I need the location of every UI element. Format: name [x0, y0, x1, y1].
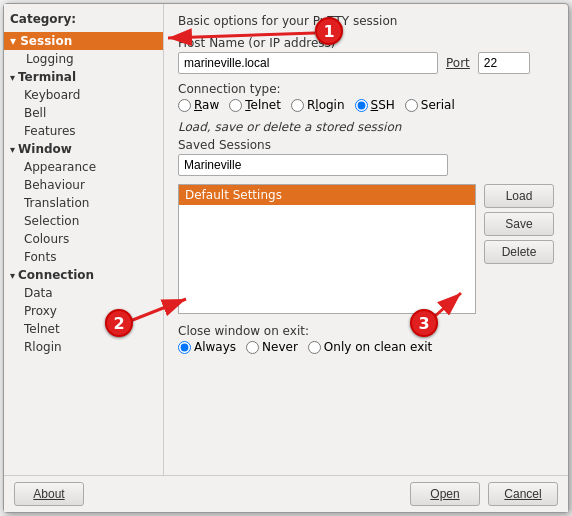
- host-port-group: Host Name (or IP address) Port: [178, 36, 554, 74]
- sidebar-item-behaviour[interactable]: Behaviour: [4, 176, 163, 194]
- connection-type-label: Connection type:: [178, 82, 554, 96]
- rlogin-label: Rlogin: [307, 98, 345, 112]
- sessions-area: Default Settings Load Save Delete: [178, 184, 554, 314]
- sidebar-item-translation[interactable]: Translation: [4, 194, 163, 212]
- ssh-label: SSH: [371, 98, 395, 112]
- radio-rlogin-input[interactable]: [291, 99, 304, 112]
- close-on-exit-group: Close window on exit: Always Never Only …: [178, 324, 554, 354]
- sidebar-item-telnet[interactable]: Telnet: [4, 320, 163, 338]
- host-port-row: Port: [178, 52, 554, 74]
- radio-raw[interactable]: Raw: [178, 98, 219, 112]
- radio-clean-input[interactable]: [308, 341, 321, 354]
- session-arrow: ▾: [10, 34, 20, 48]
- radio-telnet-input[interactable]: [229, 99, 242, 112]
- clean-exit-label: Only on clean exit: [324, 340, 432, 354]
- sidebar-item-fonts[interactable]: Fonts: [4, 248, 163, 266]
- close-options-row: Always Never Only on clean exit: [178, 340, 554, 354]
- dialog-footer: About Open Cancel: [4, 475, 568, 512]
- connection-type-row: Raw Telnet Rlogin SSH Serial: [178, 98, 554, 112]
- radio-ssh-input[interactable]: [355, 99, 368, 112]
- footer-right: Open Cancel: [410, 482, 558, 506]
- close-on-exit-label: Close window on exit:: [178, 324, 554, 338]
- radio-always[interactable]: Always: [178, 340, 236, 354]
- terminal-arrow: ▾: [10, 72, 15, 83]
- sidebar: Category: ▾ Session Logging ▾ Terminal K…: [4, 4, 164, 475]
- session-field-group: [178, 154, 554, 176]
- hint-text: Basic options for your PuTTY session: [178, 14, 554, 28]
- sidebar-item-bell[interactable]: Bell: [4, 104, 163, 122]
- load-save-label: Load, save or delete a stored session: [178, 120, 554, 134]
- radio-ssh[interactable]: SSH: [355, 98, 395, 112]
- never-label: Never: [262, 340, 298, 354]
- sidebar-item-features[interactable]: Features: [4, 122, 163, 140]
- session-list-item-default[interactable]: Default Settings: [179, 185, 475, 205]
- sidebar-item-proxy[interactable]: Proxy: [4, 302, 163, 320]
- always-label: Always: [194, 340, 236, 354]
- raw-label: Raw: [194, 98, 219, 112]
- port-input[interactable]: [478, 52, 530, 74]
- sidebar-item-connection[interactable]: ▾ Connection: [4, 266, 163, 284]
- connection-arrow: ▾: [10, 270, 15, 281]
- main-content: Basic options for your PuTTY session Hos…: [164, 4, 568, 475]
- serial-label: Serial: [421, 98, 455, 112]
- radio-telnet[interactable]: Telnet: [229, 98, 281, 112]
- window-arrow: ▾: [10, 144, 15, 155]
- sidebar-item-selection[interactable]: Selection: [4, 212, 163, 230]
- sidebar-item-window[interactable]: ▾ Window: [4, 140, 163, 158]
- connection-type-group: Connection type: Raw Telnet Rlogin SSH: [178, 82, 554, 112]
- footer-left: About: [14, 482, 84, 506]
- cancel-button[interactable]: Cancel: [488, 482, 558, 506]
- open-button[interactable]: Open: [410, 482, 480, 506]
- sidebar-item-appearance[interactable]: Appearance: [4, 158, 163, 176]
- sidebar-item-session[interactable]: ▾ Session: [4, 32, 163, 50]
- delete-button[interactable]: Delete: [484, 240, 554, 264]
- telnet-label: Telnet: [245, 98, 281, 112]
- radio-serial[interactable]: Serial: [405, 98, 455, 112]
- radio-raw-input[interactable]: [178, 99, 191, 112]
- port-label: Port: [446, 56, 470, 70]
- session-name-input[interactable]: [178, 154, 448, 176]
- radio-rlogin[interactable]: Rlogin: [291, 98, 345, 112]
- load-button[interactable]: Load: [484, 184, 554, 208]
- host-input[interactable]: [178, 52, 438, 74]
- sidebar-item-terminal[interactable]: ▾ Terminal: [4, 68, 163, 86]
- radio-never-input[interactable]: [246, 341, 259, 354]
- sidebar-item-logging[interactable]: Logging: [4, 50, 163, 68]
- sidebar-item-data[interactable]: Data: [4, 284, 163, 302]
- sidebar-item-colours[interactable]: Colours: [4, 230, 163, 248]
- radio-always-input[interactable]: [178, 341, 191, 354]
- save-button[interactable]: Save: [484, 212, 554, 236]
- radio-clean-exit[interactable]: Only on clean exit: [308, 340, 432, 354]
- sidebar-item-keyboard[interactable]: Keyboard: [4, 86, 163, 104]
- sidebar-item-rlogin[interactable]: Rlogin: [4, 338, 163, 356]
- host-label: Host Name (or IP address): [178, 36, 554, 50]
- radio-serial-input[interactable]: [405, 99, 418, 112]
- session-buttons: Load Save Delete: [484, 184, 554, 314]
- sessions-list[interactable]: Default Settings: [178, 184, 476, 314]
- category-label: Category:: [4, 8, 163, 30]
- radio-never[interactable]: Never: [246, 340, 298, 354]
- about-button[interactable]: About: [14, 482, 84, 506]
- saved-sessions-label: Saved Sessions: [178, 138, 554, 152]
